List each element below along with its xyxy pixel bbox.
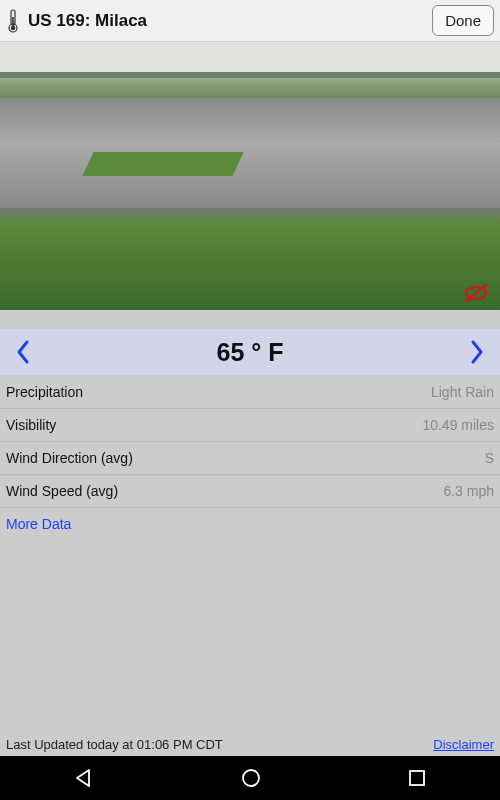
- row-label: Precipitation: [6, 384, 83, 400]
- thermometer-icon: [6, 8, 20, 34]
- disclaimer-link[interactable]: Disclaimer: [433, 737, 494, 752]
- footer-bar: Last Updated today at 01:06 PM CDT Discl…: [0, 733, 500, 756]
- done-button[interactable]: Done: [432, 5, 494, 36]
- more-data-link[interactable]: More Data: [0, 508, 500, 540]
- table-row: Precipitation Light Rain: [0, 376, 500, 409]
- table-row: Wind Direction (avg) S: [0, 442, 500, 475]
- row-value: Light Rain: [431, 384, 494, 400]
- camera-image: [0, 42, 500, 310]
- row-label: Wind Speed (avg): [6, 483, 118, 499]
- last-updated-text: Last Updated today at 01:06 PM CDT: [6, 737, 223, 752]
- page-title: US 169: Milaca: [28, 11, 432, 31]
- svg-rect-8: [410, 771, 424, 785]
- svg-point-7: [243, 770, 259, 786]
- row-value: 10.49 miles: [422, 417, 494, 433]
- home-icon[interactable]: [240, 767, 262, 789]
- next-button[interactable]: [468, 338, 486, 366]
- row-label: Wind Direction (avg): [6, 450, 133, 466]
- temperature-bar: 65 ° F: [0, 328, 500, 376]
- divider: [0, 310, 500, 328]
- header-bar: US 169: Milaca Done: [0, 0, 500, 42]
- recent-apps-icon[interactable]: [407, 768, 427, 788]
- svg-marker-6: [77, 770, 89, 786]
- temperature-value: 65 ° F: [32, 338, 468, 367]
- android-nav-bar: [0, 756, 500, 800]
- no-camera-icon: [462, 282, 490, 304]
- row-value: 6.3 mph: [443, 483, 494, 499]
- svg-rect-3: [12, 17, 14, 27]
- data-table: Precipitation Light Rain Visibility 10.4…: [0, 376, 500, 540]
- row-value: S: [485, 450, 494, 466]
- back-icon[interactable]: [73, 767, 95, 789]
- row-label: Visibility: [6, 417, 56, 433]
- table-row: Visibility 10.49 miles: [0, 409, 500, 442]
- table-row: Wind Speed (avg) 6.3 mph: [0, 475, 500, 508]
- prev-button[interactable]: [14, 338, 32, 366]
